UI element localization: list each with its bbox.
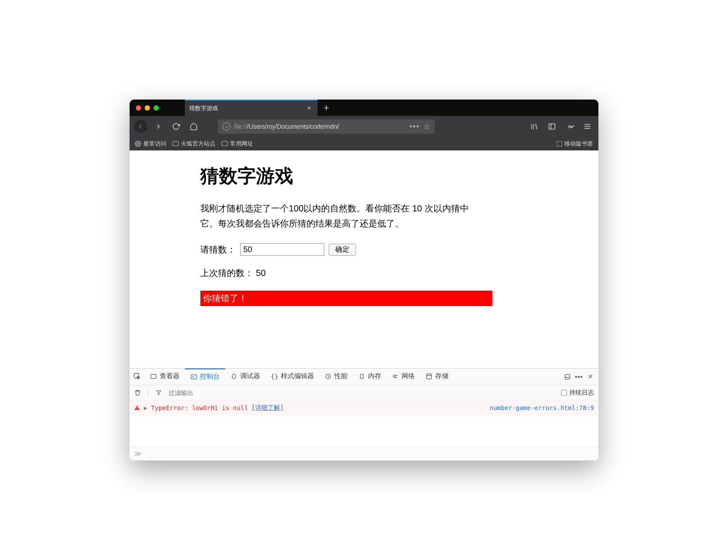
console-prompt[interactable]: ≫ <box>130 446 598 460</box>
close-devtools-button[interactable]: × <box>587 373 594 380</box>
url-bar[interactable]: i file:///Users/roy/Documents/code/mdn/ … <box>218 119 435 134</box>
bookmark-star-button[interactable]: ☆ <box>423 122 430 131</box>
guess-label: 请猜数： <box>200 244 236 256</box>
console-filter-bar: | 持续日志 <box>130 385 598 400</box>
error-source-link[interactable]: number-game-errors.html:78:9 <box>490 404 594 411</box>
mobile-icon <box>557 141 562 146</box>
mobile-bookmarks[interactable]: 移动版书签 <box>557 140 593 148</box>
new-tab-button[interactable]: + <box>318 100 335 116</box>
tab-title: 猜数字游戏 <box>189 104 302 112</box>
console-tab[interactable]: 控制台 <box>185 368 225 385</box>
browser-window: 猜数字游戏 × + i file:///Users/roy/Documents/… <box>130 100 598 460</box>
tab-label: 样式编辑器 <box>281 372 314 380</box>
memory-tab[interactable]: 内存 <box>353 368 387 385</box>
more-button[interactable]: ••• <box>575 373 582 380</box>
filter-input[interactable] <box>169 389 555 396</box>
back-button[interactable] <box>134 120 147 133</box>
home-button[interactable] <box>187 120 200 133</box>
bookmark-label: 火狐官方站点 <box>181 140 215 148</box>
guess-form: 请猜数： 确定 <box>200 243 598 256</box>
close-window-button[interactable] <box>136 105 141 111</box>
info-icon[interactable]: i <box>222 123 230 130</box>
svg-line-2 <box>536 124 537 129</box>
inspector-tab[interactable]: 查看器 <box>145 368 185 385</box>
title-bar: 猜数字游戏 × + <box>130 100 598 116</box>
persist-label: 持续日志 <box>569 389 594 397</box>
checkbox-icon <box>561 390 567 396</box>
tab-label: 控制台 <box>200 372 220 381</box>
prompt-icon: ≫ <box>134 449 142 458</box>
close-tab-button[interactable]: × <box>305 104 313 112</box>
overflow-button[interactable]: » <box>563 120 576 133</box>
performance-tab[interactable]: 性能 <box>319 368 353 385</box>
persist-logs-checkbox[interactable]: 持续日志 <box>561 389 594 397</box>
common-urls-bookmark[interactable]: 常用网址 <box>222 140 253 148</box>
storage-tab[interactable]: 存储 <box>420 368 454 385</box>
most-visited-bookmark[interactable]: 最常访问 <box>135 140 166 148</box>
dock-button[interactable] <box>564 373 571 380</box>
error-message: TypeError: lowOrHi is null <box>151 404 248 411</box>
sidebar-button[interactable] <box>545 120 559 133</box>
library-button[interactable] <box>528 120 541 133</box>
menu-button[interactable] <box>581 120 594 133</box>
tab-label: 内存 <box>368 372 381 380</box>
learn-more-link[interactable]: [详细了解] <box>252 404 284 412</box>
network-tab[interactable]: 网络 <box>387 368 420 385</box>
svg-point-12 <box>232 374 236 379</box>
guess-input[interactable] <box>240 243 324 256</box>
page-actions-button[interactable]: ••• <box>410 123 420 130</box>
tab-label: 网络 <box>402 372 415 380</box>
console-error-row[interactable]: ▶ TypeError: lowOrHi is null [详细了解] numb… <box>130 400 598 415</box>
pick-element-button[interactable] <box>130 368 145 385</box>
reload-button[interactable] <box>169 120 183 133</box>
tab-label: 调试器 <box>240 372 260 380</box>
svg-point-18 <box>427 374 432 376</box>
gear-icon <box>135 141 141 147</box>
page-title: 猜数字游戏 <box>200 164 598 188</box>
filter-icon[interactable] <box>155 389 162 396</box>
window-controls <box>130 100 172 116</box>
previous-guesses: 上次猜的数： 50 <box>200 267 598 279</box>
firefox-official-bookmark[interactable]: 火狐官方站点 <box>172 140 215 148</box>
folder-icon <box>222 141 228 146</box>
prev-guess-label: 上次猜的数： <box>200 268 253 278</box>
submit-guess-button[interactable]: 确定 <box>329 244 356 256</box>
result-message: 你猜错了！ <box>200 291 492 306</box>
navigation-toolbar: i file:///Users/roy/Documents/code/mdn/ … <box>130 116 598 137</box>
maximize-window-button[interactable] <box>153 105 159 111</box>
error-icon <box>134 405 140 411</box>
bookmarks-toolbar: 最常访问 火狐官方站点 常用网址 移动版书签 <box>130 137 598 150</box>
svg-rect-14 <box>360 374 364 378</box>
devtools-tabs: 查看器 控制台 调试器 {} 样式编辑器 性能 内存 <box>130 368 598 385</box>
clear-console-button[interactable] <box>134 389 141 396</box>
page-content: 猜数字游戏 我刚才随机选定了一个100以内的自然数。看你能否在 10 次以内猜中… <box>130 150 598 368</box>
browser-tab[interactable]: 猜数字游戏 × <box>185 100 318 116</box>
folder-icon <box>172 141 179 146</box>
tab-label: 存储 <box>435 372 448 380</box>
svg-rect-19 <box>565 374 570 379</box>
bookmark-label: 常用网址 <box>230 140 253 148</box>
bookmark-label: 移动版书签 <box>564 140 593 148</box>
debugger-tab[interactable]: 调试器 <box>225 368 265 385</box>
tab-label: 性能 <box>334 372 348 380</box>
minimize-window-button[interactable] <box>145 105 150 111</box>
page-description: 我刚才随机选定了一个100以内的自然数。看你能否在 10 次以内猜中它。每次我都… <box>200 201 479 231</box>
svg-point-8 <box>137 143 139 145</box>
url-text: file:///Users/roy/Documents/code/mdn/ <box>234 123 406 130</box>
svg-rect-22 <box>137 409 137 409</box>
expand-caret-icon[interactable]: ▶ <box>144 404 147 411</box>
bookmark-label: 最常访问 <box>143 140 166 148</box>
svg-rect-21 <box>137 407 137 409</box>
style-editor-tab[interactable]: {} 样式编辑器 <box>265 368 319 385</box>
svg-rect-10 <box>151 374 156 378</box>
forward-button[interactable] <box>152 120 165 133</box>
devtools-panel: 查看器 控制台 调试器 {} 样式编辑器 性能 内存 <box>130 368 598 460</box>
tab-label: 查看器 <box>160 372 180 380</box>
prev-guess-value: 50 <box>256 268 266 278</box>
svg-rect-3 <box>549 124 555 129</box>
